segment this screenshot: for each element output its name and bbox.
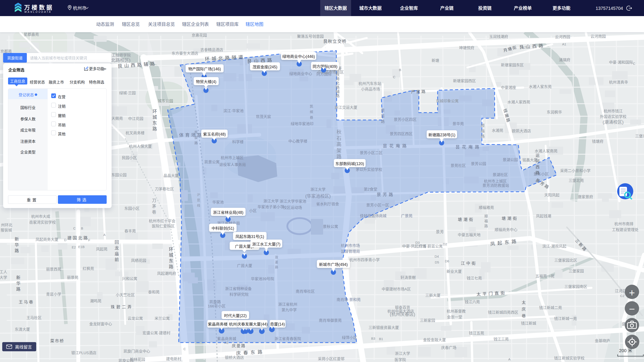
svg-text:兴和公寓: 兴和公寓 [122,276,137,281]
svg-text:红枫苑: 红枫苑 [83,266,94,271]
svg-text:B3: B3 [371,336,375,341]
svg-text:紫玉名府(48): 紫玉名府(48) [203,131,226,137]
svg-text:泰和苑: 泰和苑 [148,289,160,295]
svg-text:庆春广场: 庆春广场 [441,345,456,350]
svg-text:庆春发展大厦(44): 庆春发展大厦(44) [237,321,268,327]
svg-text:钱江六苑: 钱江六苑 [465,299,480,304]
svg-text:监督管理局: 监督管理局 [341,248,360,254]
svg-text:杭州清真寺: 杭州清真寺 [609,79,628,85]
svg-text:五福苑一苑: 五福苑一苑 [536,273,554,279]
svg-text:杭叉商务楼: 杭叉商务楼 [126,130,145,135]
svg-text:天阳凤起: 天阳凤起 [544,192,560,198]
svg-text:杭州基督教: 杭州基督教 [447,308,466,314]
svg-text:严家路: 严家路 [411,88,427,94]
svg-text:新: 新 [16,274,20,280]
svg-text:涌璃府: 涌璃府 [559,57,570,62]
svg-text:景秋公寓: 景秋公寓 [323,223,338,229]
svg-text:塘潮街: 塘潮街 [458,216,475,222]
svg-text:浙江交运大厦: 浙江交运大厦 [334,104,357,110]
svg-text:路: 路 [169,263,173,270]
svg-text:外国语实验学校: 外国语实验学校 [600,113,626,119]
svg-text:路: 路 [275,265,278,269]
svg-text:轩涛景榭: 轩涛景榭 [400,274,416,280]
svg-text:+: + [629,285,635,299]
svg-text:华家池39号院: 华家池39号院 [251,276,274,281]
svg-text:钱江新城: 钱江新城 [521,320,536,326]
svg-text:建国北路: 建国北路 [67,235,89,241]
svg-text:中豪建材市场A区: 中豪建材市场A区 [382,286,411,292]
svg-text:会崇一堂: 会崇一堂 [447,314,462,320]
svg-text:晶晶大厦: 晶晶大厦 [164,173,179,178]
svg-text:佳好佳居饰商城: 佳好佳居饰商城 [360,213,386,218]
svg-text:路: 路 [194,140,198,145]
svg-text:钱塘府: 钱塘府 [592,138,604,144]
svg-text:钱江新城二苑: 钱江新城二苑 [539,305,562,310]
svg-text:景芳四区西区: 景芳四区西区 [390,131,412,136]
svg-text:王马社区: 王马社区 [26,315,42,320]
svg-text:菜市桥: 菜市桥 [50,338,64,344]
svg-text:巷: 巷 [152,209,156,215]
svg-text:杭州汽车东站: 杭州汽车东站 [358,80,381,86]
svg-text:B: B [399,67,401,72]
svg-text:潮鸣苑: 潮鸣苑 [90,298,102,304]
svg-text:D5: D5 [435,260,439,264]
svg-text:坤塘悦府: 坤塘悦府 [459,45,474,50]
svg-text:D2: D2 [443,242,447,246]
svg-text:南肖埠御景苑: 南肖埠御景苑 [319,317,342,323]
svg-text:中科联创(51): 中科联创(51) [212,225,234,231]
svg-text:中豪·湘和国际: 中豪·湘和国际 [609,59,633,65]
svg-text:塘潮街: 塘潮街 [502,215,518,221]
svg-text:景湖公园: 景湖公园 [503,157,518,162]
svg-text:东: 东 [152,120,157,126]
svg-text:水湘苑: 水湘苑 [492,127,503,133]
svg-text:浙江大学: 浙江大学 [395,350,410,356]
svg-text:杭州市红十字会: 杭州市红十字会 [149,218,176,223]
svg-text:绿地商业中心(446): 绿地商业中心(446) [282,53,315,59]
svg-text:服装城: 服装城 [1,227,12,233]
svg-text:昙: 昙 [381,113,385,118]
svg-text:宏盛公寓·建德村: 宏盛公寓·建德村 [143,330,170,336]
svg-text:D: D [64,237,67,242]
svg-text:D3: D3 [415,240,420,245]
svg-text:省水利厅宿舍: 省水利厅宿舍 [316,201,339,206]
svg-text:艮秋立交桥: 艮秋立交桥 [323,38,346,44]
svg-text:中豪湘座: 中豪湘座 [501,84,516,90]
svg-text:水湘人家西苑: 水湘人家西苑 [507,99,530,105]
svg-text:景芳小区四区: 景芳小区四区 [394,116,416,122]
svg-text:D6: D6 [445,259,449,263]
svg-text:钱江三苑: 钱江三苑 [494,336,509,342]
svg-text:采荷二小景和小学: 采荷二小景和小学 [560,168,590,173]
svg-text:华: 华 [16,280,20,286]
svg-text:巷: 巷 [310,115,313,120]
svg-text:景芳路: 景芳路 [376,191,395,197]
svg-text:C2: C2 [620,293,624,298]
svg-text:B1: B1 [379,336,383,341]
svg-text:线: 线 [197,203,200,207]
svg-text:杭州人保大厦: 杭州人保大厦 [129,143,152,149]
svg-text:广茵大厦: 广茵大厦 [237,263,252,268]
svg-text:新业大厦: 新业大厦 [446,268,462,274]
svg-text:三堡北苑: 三堡北苑 [569,177,584,183]
svg-text:新城市广场(494): 新城市广场(494) [319,261,348,267]
svg-text:杭州市四季青小学: 杭州市四季青小学 [349,257,380,262]
svg-text:A1: A1 [224,340,228,345]
svg-text:166号小区: 166号小区 [208,303,226,309]
svg-text:华: 华 [14,242,19,248]
svg-text:青蓝小学: 青蓝小学 [46,291,61,297]
svg-text:景芳: 景芳 [436,229,444,234]
svg-text:钱江七苑: 钱江七苑 [467,275,482,281]
svg-text:运: 运 [536,152,540,158]
svg-text:医院仁爱院区: 医院仁爱院区 [152,223,175,229]
svg-text:校区运动场: 校区运动场 [283,204,302,210]
svg-text:(杭州庆春店): (杭州庆春店) [390,311,415,317]
svg-text:新塘家园东区: 新塘家园东区 [501,62,524,67]
svg-text:银泰百货: 银泰百货 [395,304,410,310]
svg-text:小商品市场: 小商品市场 [361,86,380,92]
svg-text:城东公园: 城东公园 [158,98,173,103]
svg-text:凯景公寓: 凯景公寓 [204,159,220,164]
svg-text:景苑社区: 景苑社区 [450,162,466,168]
svg-text:滨江·潮观凤起: 滨江·潮观凤起 [542,243,566,249]
svg-text:时代大厦(22): 时代大厦(22) [224,313,247,318]
svg-text:A1: A1 [562,41,566,46]
svg-text:世茂天宸: 世茂天宸 [256,113,271,119]
